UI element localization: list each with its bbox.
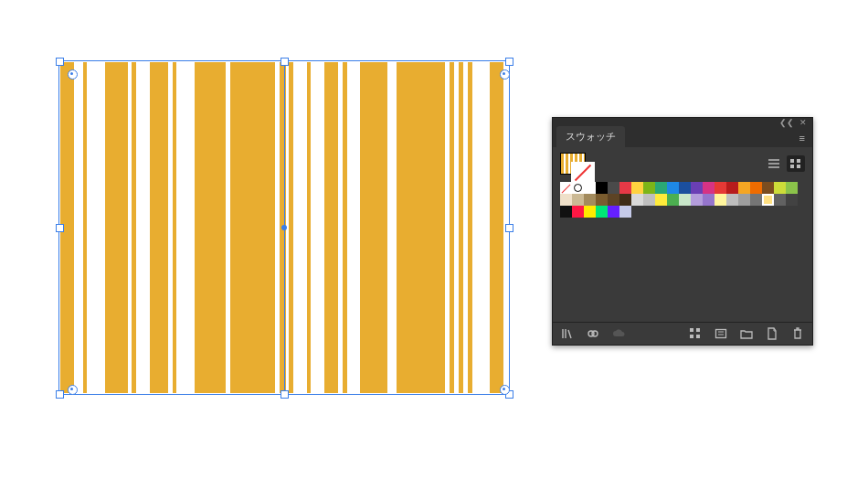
cloud-icon: [611, 326, 626, 341]
panel-collapse-icon[interactable]: ❮❮: [779, 119, 794, 127]
swatch-grid: [553, 180, 812, 221]
swatch[interactable]: [631, 182, 643, 194]
panel-empty-area: [553, 221, 812, 322]
swatch[interactable]: [608, 206, 619, 218]
swatch-kind-icon[interactable]: [586, 326, 600, 341]
swatch[interactable]: [774, 182, 786, 194]
swatch[interactable]: [560, 206, 572, 218]
artwork-pattern-fill: [60, 62, 508, 393]
swatch[interactable]: [655, 182, 667, 194]
tab-swatches[interactable]: スウォッチ: [556, 126, 625, 147]
new-swatch-icon[interactable]: [765, 326, 779, 341]
canvas-selection[interactable]: [58, 60, 510, 395]
swatch[interactable]: [667, 182, 679, 194]
swatch[interactable]: [703, 182, 715, 194]
swatch[interactable]: [643, 182, 655, 194]
svg-rect-13: [716, 330, 726, 338]
swatch[interactable]: [750, 182, 762, 194]
swatch[interactable]: [726, 182, 738, 194]
svg-point-8: [592, 331, 598, 336]
svg-rect-3: [790, 159, 794, 163]
swatch[interactable]: [786, 182, 798, 194]
swatch[interactable]: [596, 182, 608, 194]
panel-tabbar: スウォッチ ≡: [553, 127, 812, 147]
new-folder-icon[interactable]: [739, 326, 754, 341]
swatch[interactable]: [572, 206, 584, 218]
swatch[interactable]: [750, 194, 762, 206]
swatch[interactable]: [572, 194, 584, 206]
swatch[interactable]: [655, 194, 667, 206]
swatch[interactable]: [786, 194, 798, 206]
swatch[interactable]: [596, 194, 608, 206]
swatch[interactable]: [560, 194, 572, 206]
svg-rect-5: [790, 165, 794, 168]
swatch[interactable]: [619, 194, 631, 206]
panel-footer: [553, 322, 812, 345]
swatch[interactable]: [619, 182, 631, 194]
svg-rect-4: [797, 159, 800, 163]
svg-rect-6: [797, 165, 800, 168]
new-group-icon[interactable]: [714, 326, 728, 341]
swatch[interactable]: [738, 182, 750, 194]
svg-rect-9: [690, 328, 693, 332]
grid-view-icon[interactable]: [787, 155, 805, 172]
swatch[interactable]: [762, 194, 774, 206]
swatch[interactable]: [667, 194, 679, 206]
svg-rect-10: [696, 328, 700, 332]
swatch[interactable]: [631, 194, 643, 206]
swatch[interactable]: [726, 194, 738, 206]
swatch[interactable]: [679, 194, 691, 206]
swatch[interactable]: [584, 194, 596, 206]
delete-icon[interactable]: [790, 326, 805, 341]
swatch[interactable]: [738, 194, 750, 206]
libraries-icon[interactable]: [560, 326, 575, 341]
swatch-options-icon[interactable]: [688, 326, 703, 341]
svg-rect-12: [696, 335, 700, 338]
current-stroke-swatch[interactable]: [571, 162, 595, 182]
swatch[interactable]: [608, 194, 619, 206]
swatch[interactable]: [703, 194, 715, 206]
swatches-panel: ❮❮ ✕ スウォッチ ≡: [552, 117, 813, 346]
panel-menu-icon[interactable]: ≡: [792, 129, 812, 147]
swatch[interactable]: [596, 206, 608, 218]
swatch[interactable]: [715, 194, 726, 206]
swatch[interactable]: [608, 182, 619, 194]
swatch[interactable]: [715, 182, 726, 194]
swatch[interactable]: [584, 182, 596, 194]
swatch[interactable]: [619, 206, 631, 218]
swatch[interactable]: [762, 182, 774, 194]
swatch[interactable]: [691, 182, 703, 194]
swatch[interactable]: [774, 194, 786, 206]
swatch[interactable]: [572, 182, 584, 194]
svg-rect-11: [690, 335, 693, 338]
swatch[interactable]: [584, 206, 596, 218]
swatch[interactable]: [691, 194, 703, 206]
list-view-icon[interactable]: [765, 155, 783, 172]
swatch[interactable]: [560, 182, 572, 194]
swatch[interactable]: [679, 182, 691, 194]
swatch[interactable]: [643, 194, 655, 206]
close-icon[interactable]: ✕: [799, 119, 807, 127]
